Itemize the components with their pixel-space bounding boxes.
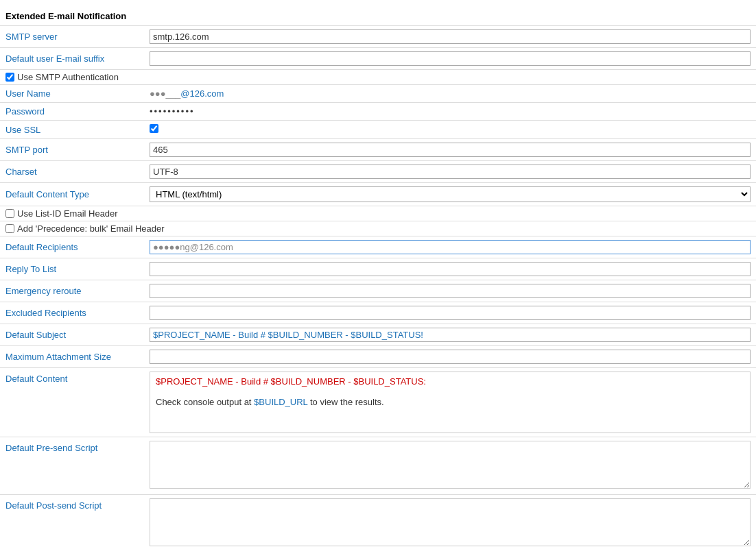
use-smtp-auth-label: Use SMTP Authentication [17,72,119,82]
value-password: •••••••••• [144,103,756,121]
value-default-presend-script [144,437,756,495]
row-user-name: User Name ●●●___@126.com [0,85,756,103]
row-default-user-email-suffix: Default user E-mail suffix [0,48,756,70]
add-precedence-checkbox[interactable] [5,224,14,233]
label-smtp-port: SMTP port [0,139,144,161]
row-excluded-recipients: Excluded Recipients [0,302,756,324]
default-content-type-select[interactable]: HTML (text/html) Plain Text (text/plain) [150,186,751,202]
label-excluded-recipients: Excluded Recipients [0,302,144,324]
value-default-subject [144,324,756,346]
page-container: Extended E-mail Notification SMTP server… [0,0,756,560]
default-user-email-suffix-input[interactable] [150,51,751,66]
value-reply-to-list [144,258,756,280]
label-default-content-type: Default Content Type [0,183,144,206]
cell-use-list-id: Use List-ID Email Header [0,206,756,221]
value-charset [144,161,756,183]
row-default-recipients: Default Recipients [0,236,756,258]
label-default-presend-script: Default Pre-send Script [0,437,144,495]
row-default-postsend-script: Default Post-send Script [0,495,756,552]
row-default-content: Default Content $PROJECT_NAME - Build # … [0,368,756,437]
reply-to-list-input[interactable] [150,262,751,276]
label-charset: Charset [0,161,144,183]
row-max-attachment-size: Maximum Attachment Size [0,346,756,368]
label-default-subject: Default Subject [0,324,144,346]
value-max-attachment-size [144,346,756,368]
default-postsend-script-textarea[interactable] [150,498,751,546]
default-presend-script-textarea[interactable] [150,441,751,489]
value-use-ssl [144,121,756,139]
row-add-precedence: Add 'Precedence: bulk' Email Header [0,221,756,236]
label-default-user-email-suffix: Default user E-mail suffix [0,48,144,70]
label-use-ssl: Use SSL [0,121,144,139]
form-table: SMTP server Default user E-mail suffix U… [0,25,756,552]
row-password: Password •••••••••• [0,103,756,121]
label-password: Password [0,103,144,121]
label-emergency-reroute: Emergency reroute [0,280,144,302]
value-emergency-reroute [144,280,756,302]
value-default-content: $PROJECT_NAME - Build # $BUILD_NUMBER - … [144,368,756,437]
cell-use-smtp-auth: Use SMTP Authentication [0,70,756,85]
row-use-list-id: Use List-ID Email Header [0,206,756,221]
row-smtp-port: SMTP port [0,139,756,161]
row-default-subject: Default Subject [0,324,756,346]
use-ssl-checkbox[interactable] [150,124,158,133]
value-excluded-recipients [144,302,756,324]
use-list-id-checkbox[interactable] [5,209,14,218]
charset-input[interactable] [150,165,751,179]
row-charset: Charset [0,161,756,183]
smtp-port-input[interactable] [150,143,751,157]
value-user-name: ●●●___@126.com [144,85,756,103]
section-title: Extended E-mail Notification [0,7,756,25]
default-content-line1: $PROJECT_NAME - Build # $BUILD_NUMBER - … [156,376,426,387]
password-dots: •••••••••• [150,106,195,117]
use-smtp-auth-checkbox[interactable] [5,73,14,82]
default-content-area[interactable]: $PROJECT_NAME - Build # $BUILD_NUMBER - … [150,372,751,433]
row-smtp-server: SMTP server [0,26,756,48]
default-recipients-input[interactable] [150,240,751,254]
row-emergency-reroute: Emergency reroute [0,280,756,302]
value-default-postsend-script [144,495,756,552]
use-list-id-label: Use List-ID Email Header [17,208,118,219]
user-name-display: ●●●___ [150,88,180,99]
row-default-content-type: Default Content Type HTML (text/html) Pl… [0,183,756,206]
excluded-recipients-input[interactable] [150,306,751,320]
value-smtp-server [144,26,756,48]
emergency-reroute-input[interactable] [150,284,751,298]
user-name-email-part: @126.com [180,88,224,99]
label-smtp-server: SMTP server [0,26,144,48]
label-reply-to-list: Reply To List [0,258,144,280]
label-default-recipients: Default Recipients [0,236,144,258]
row-use-smtp-auth: Use SMTP Authentication [0,70,756,85]
cell-add-precedence: Add 'Precedence: bulk' Email Header [0,221,756,236]
value-smtp-port [144,139,756,161]
label-default-content: Default Content [0,368,144,437]
value-default-content-type: HTML (text/html) Plain Text (text/plain) [144,183,756,206]
label-default-postsend-script: Default Post-send Script [0,495,144,552]
value-default-recipients [144,236,756,258]
add-precedence-label: Add 'Precedence: bulk' Email Header [17,223,165,234]
smtp-server-input[interactable] [150,29,751,44]
max-attachment-size-input[interactable] [150,350,751,364]
default-subject-input[interactable] [150,328,751,342]
row-reply-to-list: Reply To List [0,258,756,280]
row-use-ssl: Use SSL [0,121,756,139]
value-default-user-email-suffix [144,48,756,70]
label-user-name: User Name [0,85,144,103]
build-url-link: $BUILD_URL [254,397,307,407]
label-max-attachment-size: Maximum Attachment Size [0,346,144,368]
default-content-line2: Check console output at $BUILD_URL to vi… [156,397,384,407]
row-default-presend-script: Default Pre-send Script [0,437,756,495]
